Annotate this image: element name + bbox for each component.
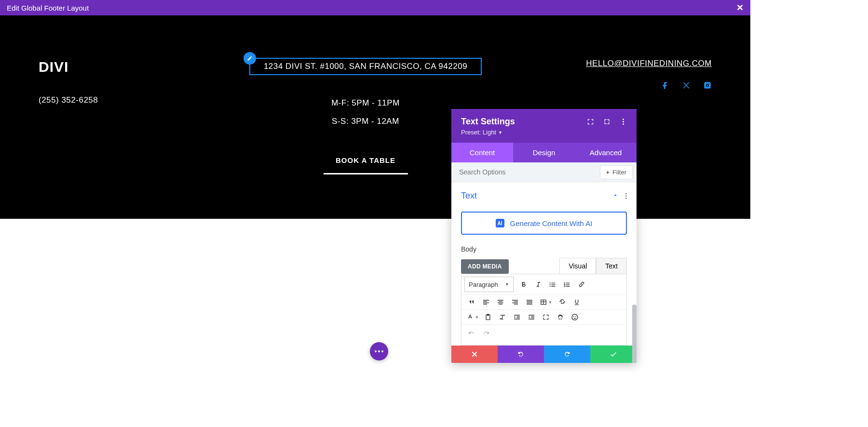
footer-email[interactable]: HELLO@DIVIFINEDINING.COM xyxy=(586,59,712,68)
undo-button[interactable] xyxy=(498,346,544,363)
italic-icon[interactable] xyxy=(531,277,545,292)
panel-tabs: Content Design Advanced xyxy=(451,143,637,162)
selected-text-module[interactable]: 1234 DIVI ST. #1000, SAN FRANCISCO, CA 9… xyxy=(249,58,482,75)
more-options-icon[interactable] xyxy=(619,118,627,125)
book-a-table-link[interactable]: BOOK A TABLE xyxy=(336,156,395,164)
tab-design[interactable]: Design xyxy=(513,143,575,162)
x-twitter-icon[interactable] xyxy=(682,81,691,92)
paste-icon[interactable] xyxy=(481,310,495,324)
text-section-header[interactable]: Text xyxy=(451,182,637,205)
footer-hours-weekend: S-S: 3PM - 12AM xyxy=(332,117,399,126)
table-icon[interactable]: ▼ xyxy=(537,295,555,309)
generate-ai-button[interactable]: AI Generate Content With AI xyxy=(461,212,627,235)
panel-scrollbar[interactable] xyxy=(632,305,637,363)
align-justify-icon[interactable] xyxy=(522,295,537,309)
bullet-list-icon[interactable] xyxy=(545,277,560,292)
undo-icon[interactable] xyxy=(464,327,479,341)
indent-icon[interactable] xyxy=(524,310,539,324)
editor-tab-visual[interactable]: Visual xyxy=(559,258,596,274)
cancel-button[interactable] xyxy=(451,346,498,363)
paragraph-select[interactable]: Paragraph▼ xyxy=(464,277,514,292)
ellipsis-icon xyxy=(375,350,383,352)
preset-selector[interactable]: Preset: Light▼ xyxy=(461,129,515,136)
generate-ai-label: Generate Content With AI xyxy=(510,219,593,227)
panel-footer xyxy=(451,346,637,363)
redo-icon[interactable] xyxy=(479,327,493,341)
redo-button[interactable] xyxy=(544,346,590,363)
ai-badge-icon: AI xyxy=(496,219,504,227)
search-row: +Filter xyxy=(451,162,637,182)
clear-format-icon[interactable] xyxy=(495,310,510,324)
filter-button[interactable]: +Filter xyxy=(600,165,633,179)
footer-hours-weekday: M-F: 5PM - 11PM xyxy=(331,98,400,108)
panel-title: Text Settings xyxy=(461,117,515,127)
top-bar: Edit Global Footer Layout ✕ xyxy=(0,0,750,15)
outdent-icon[interactable] xyxy=(510,310,524,324)
site-logo: DIVI xyxy=(39,59,174,75)
quote-icon[interactable] xyxy=(464,295,479,309)
text-color-icon[interactable]: ▼ xyxy=(464,310,481,324)
section-more-icon[interactable] xyxy=(625,193,627,199)
fullscreen-icon[interactable] xyxy=(539,310,553,324)
tab-advanced[interactable]: Advanced xyxy=(575,143,637,162)
expand-icon[interactable] xyxy=(586,118,594,125)
book-underline xyxy=(324,173,408,174)
numbered-list-icon[interactable] xyxy=(560,277,574,292)
add-media-button[interactable]: ADD MEDIA xyxy=(461,259,509,274)
rich-text-editor: Paragraph▼ ▼ ▼ xyxy=(461,274,627,346)
strikethrough-icon[interactable] xyxy=(555,295,570,309)
text-settings-panel: Text Settings Preset: Light▼ Content Des… xyxy=(451,109,637,363)
close-icon[interactable]: ✕ xyxy=(736,2,744,13)
facebook-icon[interactable] xyxy=(661,81,669,92)
editor-tab-text[interactable]: Text xyxy=(596,258,627,274)
footer-phone: (255) 352-6258 xyxy=(39,95,174,105)
align-center-icon[interactable] xyxy=(493,295,508,309)
align-left-icon[interactable] xyxy=(479,295,493,309)
body-label: Body xyxy=(461,245,627,253)
chevron-up-icon[interactable] xyxy=(612,192,619,200)
edit-module-icon[interactable] xyxy=(244,52,256,65)
search-input[interactable] xyxy=(451,162,596,182)
emoji-icon[interactable] xyxy=(568,310,582,324)
tab-content[interactable]: Content xyxy=(451,143,513,162)
special-char-icon[interactable] xyxy=(553,310,568,324)
footer-address[interactable]: 1234 DIVI ST. #1000, SAN FRANCISCO, CA 9… xyxy=(249,58,482,75)
builder-fab-button[interactable] xyxy=(370,342,388,360)
top-bar-title: Edit Global Footer Layout xyxy=(7,4,89,12)
save-button[interactable] xyxy=(590,346,637,363)
footer-preview: DIVI (255) 352-6258 1234 DIVI ST. #1000,… xyxy=(0,15,750,219)
panel-header[interactable]: Text Settings Preset: Light▼ xyxy=(451,109,637,143)
align-right-icon[interactable] xyxy=(508,295,522,309)
text-section-title: Text xyxy=(461,191,477,201)
underline-icon[interactable] xyxy=(570,295,584,309)
link-icon[interactable] xyxy=(574,277,589,292)
bold-icon[interactable] xyxy=(516,277,531,292)
social-icons xyxy=(661,81,712,92)
snap-icon[interactable] xyxy=(603,118,610,125)
instagram-icon[interactable] xyxy=(703,81,712,92)
